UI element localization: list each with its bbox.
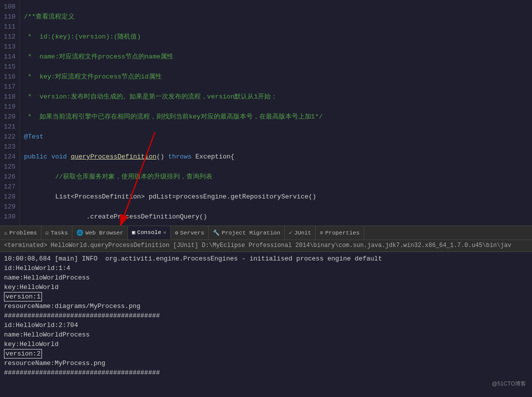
console-close-button[interactable]: ✕ <box>163 230 166 236</box>
code-area: 108 110 111 112 113 114 115 116 117 118 … <box>0 0 532 226</box>
watermark: @51CTO博客 <box>492 380 526 388</box>
console-line: ######################################## <box>4 368 528 378</box>
tab-console[interactable]: ▣ Console ✕ <box>128 226 171 240</box>
code-content[interactable]: /**查看流程定义 * id:(key):(version):(随机值) * n… <box>20 0 532 226</box>
tab-problems[interactable]: ⚠ Problems <box>0 226 41 240</box>
version2-box: version:2 <box>4 349 42 358</box>
tab-junit-label: JUnit <box>294 230 312 236</box>
web-browser-icon: 🌐 <box>76 230 83 236</box>
console-line: resourceName:MyProcess.png <box>4 358 528 368</box>
console-line: id:HelloWorld:1:4 <box>4 264 528 273</box>
console-line: id:HelloWorld:2:704 <box>4 320 528 330</box>
tab-project-migration-label: Project Migration <box>222 230 280 236</box>
tab-servers-label: Servers <box>180 230 204 236</box>
tab-bar: ⚠ Problems ☑ Tasks 🌐 Web Browser ▣ Conso… <box>0 226 532 240</box>
tab-project-migration[interactable]: 🔧 Project Migration <box>209 226 285 240</box>
version1-box: version:1 <box>4 292 42 302</box>
console-line: key:HelloWorld <box>4 340 528 349</box>
tab-web-browser[interactable]: 🌐 Web Browser <box>72 226 128 240</box>
tab-junit[interactable]: ✓ JUnit <box>285 226 316 240</box>
console-line: ######################################## <box>4 311 528 320</box>
tab-console-label: Console <box>137 229 161 236</box>
console-line-version1: version:1 <box>4 292 528 302</box>
tab-tasks-label: Tasks <box>50 230 68 236</box>
tasks-icon: ☑ <box>45 230 49 236</box>
console-line: name:HelloWorldProcess <box>4 330 528 340</box>
tab-properties[interactable]: ≡ Properties <box>316 226 364 240</box>
console-panel: <terminated> HelloWorld.queryProcessDefi… <box>0 240 532 392</box>
project-migration-icon: 🔧 <box>213 230 220 236</box>
console-line: resourceName:diagrams/MyProcess.png <box>4 302 528 311</box>
console-area: <terminated> HelloWorld.queryProcessDefi… <box>0 240 532 392</box>
console-line: 10:00:08,684 [main] INFO org.activiti.en… <box>4 254 528 264</box>
console-line: key:HelloWorld <box>4 282 528 292</box>
servers-icon: ⚙ <box>175 230 178 236</box>
console-body[interactable]: 10:00:08,684 [main] INFO org.activiti.en… <box>0 252 532 392</box>
console-header: <terminated> HelloWorld.queryProcessDefi… <box>0 240 532 252</box>
tab-tasks[interactable]: ☑ Tasks <box>41 226 72 240</box>
code-editor: 108 110 111 112 113 114 115 116 117 118 … <box>0 0 532 226</box>
tab-web-browser-label: Web Browser <box>85 230 123 236</box>
console-line-version2: version:2 <box>4 349 528 358</box>
properties-icon: ≡ <box>320 230 323 236</box>
console-line: name:HelloWorldProcess <box>4 273 528 282</box>
console-icon: ▣ <box>132 229 135 236</box>
tab-properties-label: Properties <box>325 230 360 236</box>
junit-icon: ✓ <box>289 230 292 236</box>
tab-problems-label: Problems <box>9 230 37 236</box>
horizontal-scrollbar[interactable] <box>0 226 532 226</box>
line-numbers: 108 110 111 112 113 114 115 116 117 118 … <box>0 0 20 226</box>
tab-servers[interactable]: ⚙ Servers <box>171 226 209 240</box>
problems-icon: ⚠ <box>4 230 7 236</box>
